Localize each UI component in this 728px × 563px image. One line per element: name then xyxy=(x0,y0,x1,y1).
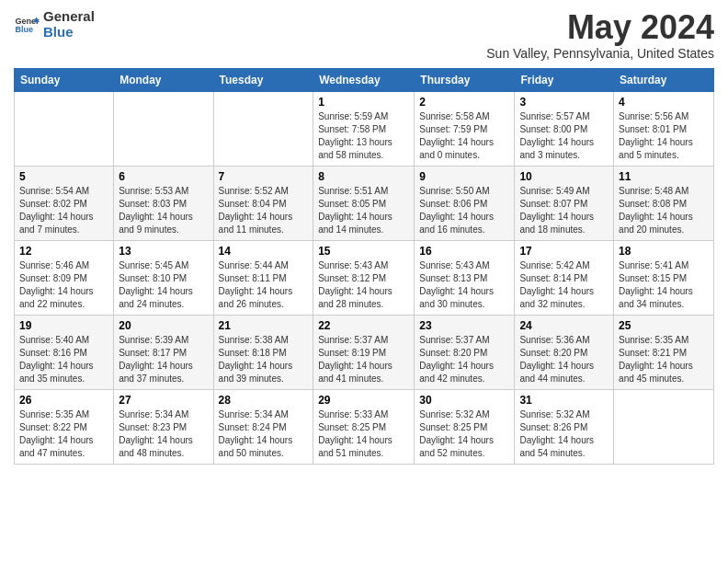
day-info: Sunrise: 5:37 AMSunset: 8:20 PMDaylight:… xyxy=(419,334,509,385)
day-info: Sunrise: 5:59 AMSunset: 7:58 PMDaylight:… xyxy=(318,110,409,162)
weekday-header-row: SundayMondayTuesdayWednesdayThursdayFrid… xyxy=(15,68,714,91)
day-cell: 7Sunrise: 5:52 AMSunset: 8:04 PMDaylight… xyxy=(213,166,313,240)
day-info: Sunrise: 5:34 AMSunset: 8:23 PMDaylight:… xyxy=(119,408,208,460)
day-info: Sunrise: 5:49 AMSunset: 8:07 PMDaylight:… xyxy=(519,185,609,236)
weekday-header-wednesday: Wednesday xyxy=(313,68,415,91)
day-number: 10 xyxy=(519,170,609,183)
week-row-4: 19Sunrise: 5:40 AMSunset: 8:16 PMDayligh… xyxy=(15,315,714,389)
title-block: May 2024 Sun Valley, Pennsylvania, Unite… xyxy=(486,9,714,61)
day-cell xyxy=(614,389,714,464)
day-cell: 13Sunrise: 5:45 AMSunset: 8:10 PMDayligh… xyxy=(114,240,213,315)
day-cell: 23Sunrise: 5:37 AMSunset: 8:20 PMDayligh… xyxy=(415,315,515,389)
day-number: 1 xyxy=(318,96,409,109)
month-year-title: May 2024 xyxy=(486,9,714,46)
day-number: 4 xyxy=(619,96,709,109)
day-number: 7 xyxy=(219,170,309,183)
day-cell: 24Sunrise: 5:36 AMSunset: 8:20 PMDayligh… xyxy=(515,315,614,389)
day-cell: 15Sunrise: 5:43 AMSunset: 8:12 PMDayligh… xyxy=(313,240,415,315)
day-cell: 18Sunrise: 5:41 AMSunset: 8:15 PMDayligh… xyxy=(614,240,714,315)
day-number: 17 xyxy=(519,245,609,258)
day-cell: 30Sunrise: 5:32 AMSunset: 8:25 PMDayligh… xyxy=(415,389,515,464)
day-info: Sunrise: 5:58 AMSunset: 7:59 PMDaylight:… xyxy=(419,110,509,162)
day-info: Sunrise: 5:50 AMSunset: 8:06 PMDaylight:… xyxy=(419,185,509,236)
day-cell: 8Sunrise: 5:51 AMSunset: 8:05 PMDaylight… xyxy=(313,166,415,240)
week-row-1: 1Sunrise: 5:59 AMSunset: 7:58 PMDaylight… xyxy=(15,91,714,166)
logo-icon: General Blue xyxy=(14,12,40,38)
day-number: 26 xyxy=(19,394,108,407)
page-header: General Blue General Blue May 2024 Sun V… xyxy=(14,9,714,61)
day-number: 28 xyxy=(219,394,309,407)
day-cell: 10Sunrise: 5:49 AMSunset: 8:07 PMDayligh… xyxy=(515,166,614,240)
weekday-header-saturday: Saturday xyxy=(614,68,714,91)
day-number: 19 xyxy=(19,319,108,332)
day-info: Sunrise: 5:44 AMSunset: 8:11 PMDaylight:… xyxy=(219,259,309,311)
day-number: 18 xyxy=(619,245,709,258)
day-number: 6 xyxy=(119,170,208,183)
day-info: Sunrise: 5:39 AMSunset: 8:17 PMDaylight:… xyxy=(119,334,208,385)
day-info: Sunrise: 5:35 AMSunset: 8:22 PMDaylight:… xyxy=(19,408,108,460)
day-number: 9 xyxy=(419,170,509,183)
day-cell: 17Sunrise: 5:42 AMSunset: 8:14 PMDayligh… xyxy=(515,240,614,315)
day-info: Sunrise: 5:57 AMSunset: 8:00 PMDaylight:… xyxy=(519,110,609,162)
day-number: 14 xyxy=(219,245,309,258)
day-cell: 14Sunrise: 5:44 AMSunset: 8:11 PMDayligh… xyxy=(213,240,313,315)
day-info: Sunrise: 5:32 AMSunset: 8:26 PMDaylight:… xyxy=(519,408,609,460)
day-info: Sunrise: 5:53 AMSunset: 8:03 PMDaylight:… xyxy=(119,185,208,236)
weekday-header-thursday: Thursday xyxy=(415,68,515,91)
day-number: 2 xyxy=(419,96,509,109)
logo-general-text: General xyxy=(43,9,95,25)
day-cell xyxy=(213,91,313,166)
day-number: 15 xyxy=(318,245,409,258)
week-row-2: 5Sunrise: 5:54 AMSunset: 8:02 PMDaylight… xyxy=(15,166,714,240)
day-cell: 31Sunrise: 5:32 AMSunset: 8:26 PMDayligh… xyxy=(515,389,614,464)
day-number: 5 xyxy=(19,170,108,183)
day-info: Sunrise: 5:48 AMSunset: 8:08 PMDaylight:… xyxy=(619,185,709,236)
day-number: 23 xyxy=(419,319,509,332)
weekday-header-friday: Friday xyxy=(515,68,614,91)
day-info: Sunrise: 5:45 AMSunset: 8:10 PMDaylight:… xyxy=(119,259,208,311)
day-info: Sunrise: 5:34 AMSunset: 8:24 PMDaylight:… xyxy=(219,408,309,460)
day-cell: 2Sunrise: 5:58 AMSunset: 7:59 PMDaylight… xyxy=(415,91,515,166)
day-number: 12 xyxy=(19,245,108,258)
day-cell: 29Sunrise: 5:33 AMSunset: 8:25 PMDayligh… xyxy=(313,389,415,464)
day-number: 8 xyxy=(318,170,409,183)
day-cell: 5Sunrise: 5:54 AMSunset: 8:02 PMDaylight… xyxy=(15,166,114,240)
day-cell: 9Sunrise: 5:50 AMSunset: 8:06 PMDaylight… xyxy=(415,166,515,240)
day-number: 31 xyxy=(519,394,609,407)
day-info: Sunrise: 5:36 AMSunset: 8:20 PMDaylight:… xyxy=(519,334,609,385)
day-cell: 1Sunrise: 5:59 AMSunset: 7:58 PMDaylight… xyxy=(313,91,415,166)
day-number: 20 xyxy=(119,319,208,332)
day-cell: 16Sunrise: 5:43 AMSunset: 8:13 PMDayligh… xyxy=(415,240,515,315)
day-cell: 11Sunrise: 5:48 AMSunset: 8:08 PMDayligh… xyxy=(614,166,714,240)
day-number: 25 xyxy=(619,319,709,332)
day-info: Sunrise: 5:42 AMSunset: 8:14 PMDaylight:… xyxy=(519,259,609,311)
weekday-header-monday: Monday xyxy=(114,68,213,91)
weekday-header-sunday: Sunday xyxy=(15,68,114,91)
day-number: 30 xyxy=(419,394,509,407)
day-info: Sunrise: 5:51 AMSunset: 8:05 PMDaylight:… xyxy=(318,185,409,236)
day-info: Sunrise: 5:52 AMSunset: 8:04 PMDaylight:… xyxy=(219,185,309,236)
day-number: 21 xyxy=(219,319,309,332)
logo-blue-text: Blue xyxy=(43,25,95,40)
logo: General Blue General Blue xyxy=(14,9,95,40)
day-number: 11 xyxy=(619,170,709,183)
day-cell: 28Sunrise: 5:34 AMSunset: 8:24 PMDayligh… xyxy=(213,389,313,464)
location-title: Sun Valley, Pennsylvania, United States xyxy=(486,46,714,61)
day-cell: 25Sunrise: 5:35 AMSunset: 8:21 PMDayligh… xyxy=(614,315,714,389)
day-info: Sunrise: 5:38 AMSunset: 8:18 PMDaylight:… xyxy=(219,334,309,385)
week-row-3: 12Sunrise: 5:46 AMSunset: 8:09 PMDayligh… xyxy=(15,240,714,315)
day-cell: 19Sunrise: 5:40 AMSunset: 8:16 PMDayligh… xyxy=(15,315,114,389)
weekday-header-tuesday: Tuesday xyxy=(213,68,313,91)
day-number: 27 xyxy=(119,394,208,407)
day-cell: 26Sunrise: 5:35 AMSunset: 8:22 PMDayligh… xyxy=(15,389,114,464)
svg-text:Blue: Blue xyxy=(15,25,33,34)
day-number: 29 xyxy=(318,394,409,407)
day-info: Sunrise: 5:33 AMSunset: 8:25 PMDaylight:… xyxy=(318,408,409,460)
day-info: Sunrise: 5:46 AMSunset: 8:09 PMDaylight:… xyxy=(19,259,108,311)
day-cell: 22Sunrise: 5:37 AMSunset: 8:19 PMDayligh… xyxy=(313,315,415,389)
day-cell: 6Sunrise: 5:53 AMSunset: 8:03 PMDaylight… xyxy=(114,166,213,240)
day-cell xyxy=(114,91,213,166)
day-info: Sunrise: 5:54 AMSunset: 8:02 PMDaylight:… xyxy=(19,185,108,236)
day-number: 22 xyxy=(318,319,409,332)
day-cell: 3Sunrise: 5:57 AMSunset: 8:00 PMDaylight… xyxy=(515,91,614,166)
